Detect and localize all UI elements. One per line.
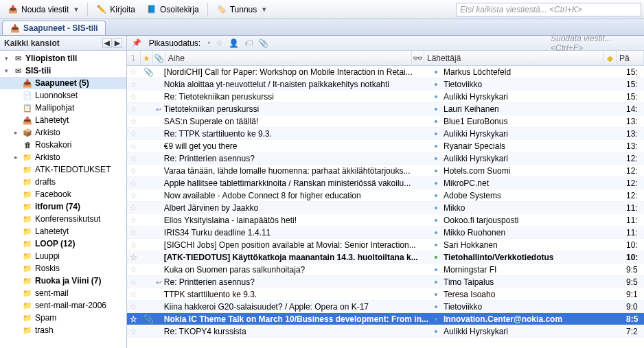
col-subject[interactable]: Aihe (165, 51, 412, 65)
folder-arkisto[interactable]: ▸📦Arkisto (0, 126, 126, 139)
prev-arrow-button[interactable]: ◀ (102, 38, 112, 48)
star-icon[interactable]: ☆ (127, 166, 141, 176)
col-read[interactable]: 👓 (412, 51, 424, 65)
message-row[interactable]: ☆Now available - Adobe Connect 8 for hig… (127, 189, 644, 202)
contact-filter-icon[interactable]: 👤 (229, 38, 239, 48)
message-sender: MikroPC.net (441, 178, 612, 188)
message-row[interactable]: ☆€9 will get you there•Ryanair Specials1… (127, 140, 644, 152)
folder-drafts[interactable]: 📁drafts (0, 176, 126, 188)
tag-button[interactable]: 🏷️ Tunnus ▼ (211, 2, 273, 17)
star-filter-icon[interactable]: ☆ (216, 38, 223, 48)
col-sender[interactable]: Lähettäjä (424, 51, 604, 65)
star-icon[interactable]: ☆ (127, 104, 141, 114)
address-label: Osoitekirja (160, 5, 199, 14)
col-time[interactable]: Pä (617, 51, 644, 65)
star-icon[interactable]: ☆ (127, 240, 141, 250)
star-icon[interactable]: ☆ (127, 277, 141, 287)
filter-input[interactable]: Suodata viestit... <Ctrl+F> (551, 34, 640, 53)
message-row[interactable]: ☆Varaa tänään, lähde lomalle huomenna: p… (127, 165, 644, 177)
message-row[interactable]: ☆Ellos Yksityislaina - lainapäätös heti!… (127, 214, 644, 227)
star-icon[interactable]: ☆ (127, 265, 141, 275)
star-icon[interactable]: ☆ (127, 154, 141, 163)
col-flag[interactable]: ◆ (604, 51, 617, 65)
next-arrow-button[interactable]: ▶ (113, 38, 122, 48)
message-row[interactable]: ☆TTPK starttiluento ke 9.3.•Teresa Isoah… (127, 288, 644, 301)
sidebar-header[interactable]: Kaikki kansiot ◀ ▶ (0, 36, 126, 51)
folder-icon: 📁 (22, 276, 33, 286)
col-attachment[interactable]: 📎 (153, 51, 165, 65)
folder-saapuneet-5-[interactable]: 📥Saapuneet (5) (0, 77, 126, 89)
address-book-button[interactable]: 📘 Osoitekirja (141, 2, 204, 17)
star-icon[interactable]: ☆ (127, 253, 141, 262)
star-icon[interactable]: ☆ (127, 191, 141, 200)
message-row[interactable]: ☆Kiina hakkeroi G20-salaisuudet? / Apple… (127, 301, 644, 313)
message-row[interactable]: ☆📎Nokia IC Theme Talk on March 10/Busine… (127, 313, 644, 325)
message-row[interactable]: ☆[ATK-TIEDOTUS] Käyttökatkoja maanantain… (127, 251, 644, 264)
global-search-input[interactable]: Etsi kaikista viestiestä... <Ctrl+K> (456, 3, 641, 16)
folder-label: Konferenssikutsut (35, 214, 100, 224)
message-row[interactable]: ☆↩Tietotekniikan peruskurssi•Lauri Keiha… (127, 103, 644, 115)
folder-sis-tili[interactable]: ▾✉SIS-tili (0, 65, 126, 77)
col-thread[interactable]: ⤵ (127, 51, 141, 65)
folder-sent-mail-mar-2006[interactable]: 📁sent-mail-mar-2006 (0, 299, 126, 312)
folder-arkisto[interactable]: ▸📁Arkisto (0, 151, 126, 163)
star-icon[interactable]: ☆ (127, 203, 141, 213)
message-row[interactable]: ☆Apple hallitsee tablettimarkkinoita / R… (127, 177, 644, 189)
star-icon[interactable]: ☆ (127, 117, 141, 126)
attachment-filter-icon[interactable]: 📎 (258, 38, 268, 48)
folder-itforum-74-[interactable]: 📁itforum (74) (0, 200, 126, 213)
star-icon[interactable]: ☆ (127, 80, 141, 89)
star-icon[interactable]: ☆ (127, 129, 141, 139)
folder-icon: 📥 (22, 78, 33, 88)
star-icon[interactable]: ☆ (127, 327, 141, 336)
folder-facebook[interactable]: 📁Facebook (0, 188, 126, 200)
star-icon[interactable]: ☆ (127, 290, 141, 299)
folder-sent-mail[interactable]: 📁sent-mail (0, 287, 126, 299)
tab-inbox[interactable]: 📥 Saapuneet - SIS-tili (2, 21, 106, 35)
message-row[interactable]: ☆↩Re: Printterien asennus?•Timo Taipalus… (127, 276, 644, 288)
message-row[interactable]: ☆[SIGCHI Jobs] Open position available a… (127, 239, 644, 251)
status-dot-icon: • (431, 116, 441, 127)
col-star[interactable]: ★ (141, 51, 153, 65)
message-time: 11: (623, 203, 644, 213)
folder-atk-tiedotukset[interactable]: 📁ATK-TIEDOTUKSET (0, 163, 126, 176)
star-icon[interactable]: ☆ (127, 302, 141, 312)
message-row[interactable]: ☆Re: Printterien asennus?•Aulikki Hyrsky… (127, 152, 644, 165)
star-icon[interactable]: ☆ (127, 314, 141, 324)
message-row[interactable]: ☆Re: Tietotekniikan peruskurssi•Aulikki … (127, 91, 644, 103)
message-row[interactable]: ☆Nokia aloittaa yt-neuvottelut / It-nais… (127, 78, 644, 91)
message-time: 11: (623, 228, 644, 237)
folder-l-hetetyt[interactable]: 📤Lähetetyt (0, 114, 126, 126)
folder-ruoka-ja-viini-7-[interactable]: 📁Ruoka ja Viini (7) (0, 275, 126, 287)
message-row[interactable]: ☆Kuka on Suomen paras salkunhoitaja?•Mor… (127, 264, 644, 276)
message-row[interactable]: ☆Re: TTPK starttiluento ke 9.3.•Aulikki … (127, 128, 644, 140)
folder-yliopiston-tili[interactable]: ▾✉Yliopiston tili (0, 52, 126, 65)
message-row[interactable]: ☆IRIS34 Turku deadline 1.4.11•Mikko Ruoh… (127, 227, 644, 239)
message-row[interactable]: ☆Albert Järvinen by Jaakko•Mikko11: (127, 202, 644, 214)
star-icon[interactable]: ☆ (127, 178, 141, 188)
column-headers: ⤵ ★ 📎 Aihe 👓 Lähettäjä ◆ Pä (127, 51, 644, 66)
get-messages-button[interactable]: 📥 Nouda viestit ▼ (3, 2, 84, 17)
folder-roskis[interactable]: 📁Roskis (0, 262, 126, 275)
folder-konferenssikutsut[interactable]: 📁Konferenssikutsut (0, 213, 126, 225)
folder-luuppi[interactable]: 📁Luuppi (0, 250, 126, 262)
folder-roskakori[interactable]: 🗑Roskakori (0, 139, 126, 151)
folder-trash[interactable]: 📁trash (0, 324, 126, 336)
dot-icon[interactable]: • (207, 38, 210, 48)
folder-lahetetyt[interactable]: 📁Lahetetyt (0, 225, 126, 237)
folder-luonnokset[interactable]: 📄Luonnokset (0, 89, 126, 102)
star-icon[interactable]: ☆ (127, 141, 141, 151)
star-icon[interactable]: ☆ (127, 228, 141, 237)
write-button[interactable]: ✏️ Kirjoita (91, 2, 140, 17)
star-icon[interactable]: ☆ (127, 67, 141, 77)
star-icon[interactable]: ☆ (127, 216, 141, 225)
folder-loop-12-[interactable]: 📁LOOP (12) (0, 237, 126, 250)
message-row[interactable]: ☆Re: TKOPY4 kurssista•Aulikki Hyrskykari… (127, 325, 644, 338)
message-row[interactable]: ☆SAS:n Superale on täällä!•Blue1 EuroBon… (127, 115, 644, 128)
pin-icon[interactable]: 📌 (131, 38, 142, 48)
tag-filter-icon[interactable]: 🏷 (244, 38, 253, 48)
folder-mallipohjat[interactable]: 📋Mallipohjat (0, 102, 126, 114)
folder-spam[interactable]: 📁Spam (0, 312, 126, 324)
star-icon[interactable]: ☆ (127, 92, 141, 102)
message-row[interactable]: ☆📎[NordiCHI] Call for Paper: Workshop on… (127, 66, 644, 78)
